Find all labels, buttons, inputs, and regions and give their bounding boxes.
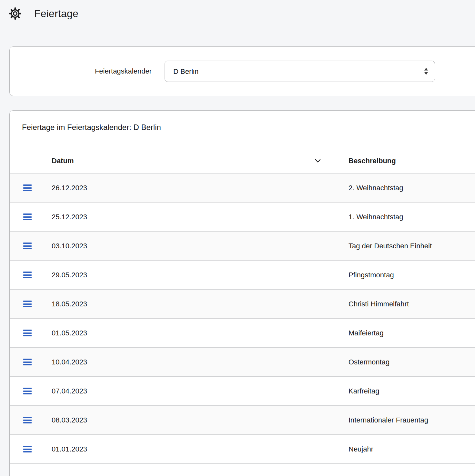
drag-handle-icon[interactable] [23,299,32,309]
filter-row: Feiertagskalender D Berlin [10,47,475,96]
table-header-row: Datum Beschreibung [10,148,475,174]
drag-handle-icon[interactable] [23,386,32,396]
drag-handle-icon[interactable] [23,183,32,193]
holiday-row-handle-cell [10,299,45,309]
holidays-card-title: Feiertage im Feiertagskalender: D Berlin [22,122,475,133]
holiday-row: 01.05.2023 Maifeiertag [10,319,475,348]
holiday-row: 29.05.2023 Pfingstmontag [10,261,475,290]
description-column-label: Beschreibung [349,157,396,165]
holiday-date: 07.04.2023 [45,387,342,395]
holiday-row: 26.12.2023 2. Weihnachtstag [10,174,475,203]
page-header: Feiertage [0,0,475,20]
holiday-date: 10.04.2023 [45,358,342,366]
holiday-row-handle-cell [10,328,45,338]
holiday-date: 26.12.2023 [45,184,342,192]
drag-handle-icon[interactable] [23,415,32,425]
holiday-description: Neujahr [342,445,475,453]
holiday-date: 08.03.2023 [45,416,342,424]
date-column-header[interactable]: Datum [45,157,342,165]
drag-handle-icon[interactable] [23,444,32,454]
page-title: Feiertage [34,7,78,20]
holiday-row: 18.05.2023 Christi Himmelfahrt [10,290,475,319]
holiday-description: Christi Himmelfahrt [342,300,475,308]
holiday-row-handle-cell [10,357,45,367]
holidays-card: Feiertage im Feiertagskalender: D Berlin… [9,110,475,476]
holiday-description: 1. Weihnachtstag [342,213,475,221]
holiday-date: 18.05.2023 [45,300,342,308]
holiday-row-handle-cell [10,270,45,280]
holiday-description: 2. Weihnachtstag [342,184,475,192]
drag-handle-icon[interactable] [23,241,32,251]
holidays-table-body: 26.12.2023 2. Weihnachtstag 25.12.2023 1… [10,174,475,464]
holiday-description: Ostermontag [342,358,475,366]
description-column-header[interactable]: Beschreibung [342,157,475,165]
chevron-down-icon[interactable] [315,159,321,163]
filter-card: Feiertagskalender D Berlin [9,46,475,96]
holiday-row: 10.04.2023 Ostermontag [10,348,475,377]
holiday-description: Internationaler Frauentag [342,416,475,424]
holiday-date: 25.12.2023 [45,213,342,221]
holiday-calendar-label: Feiertagskalender [10,67,152,75]
date-column-label: Datum [52,157,74,165]
drag-handle-icon[interactable] [23,328,32,338]
holiday-description: Pfingstmontag [342,271,475,279]
holiday-calendar-select-wrap: D Berlin [165,61,435,82]
holiday-row-handle-cell [10,386,45,396]
holiday-description: Karfreitag [342,387,475,395]
holiday-row-handle-cell [10,212,45,222]
holiday-row: 07.04.2023 Karfreitag [10,377,475,406]
holiday-row: 08.03.2023 Internationaler Frauentag [10,406,475,435]
holiday-description: Tag der Deutschen Einheit [342,242,475,250]
holiday-date: 29.05.2023 [45,271,342,279]
holiday-row: 25.12.2023 1. Weihnachtstag [10,203,475,232]
drag-handle-icon[interactable] [23,212,32,222]
holiday-row-handle-cell [10,183,45,193]
drag-handle-icon[interactable] [23,357,32,367]
holiday-row-handle-cell [10,241,45,251]
holiday-date: 01.05.2023 [45,329,342,337]
holidays-table: Datum Beschreibung 26.12.2023 2 [10,148,475,464]
holiday-row: 01.01.2023 Neujahr [10,435,475,464]
drag-handle-icon[interactable] [23,270,32,280]
holiday-date: 01.01.2023 [45,445,342,453]
holiday-row: 03.10.2023 Tag der Deutschen Einheit [10,232,475,261]
holiday-calendar-select[interactable]: D Berlin [165,61,435,82]
holiday-row-handle-cell [10,444,45,454]
holiday-description: Maifeiertag [342,329,475,337]
holiday-date: 03.10.2023 [45,242,342,250]
gear-icon [9,7,21,20]
holiday-row-handle-cell [10,415,45,425]
